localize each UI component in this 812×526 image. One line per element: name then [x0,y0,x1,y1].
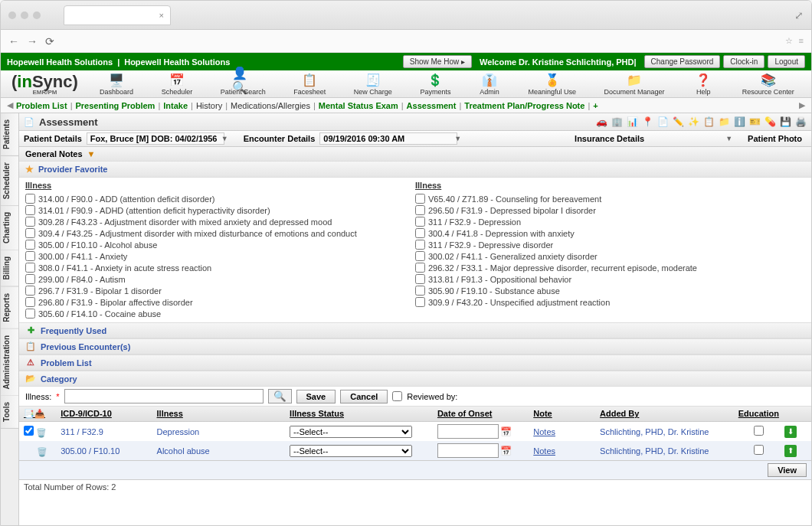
subnav-assessment[interactable]: Assessment [407,101,457,110]
dot-max[interactable] [33,11,41,19]
toolbar-dashboard[interactable]: 🖥️Dashboard [100,73,133,96]
date-header[interactable]: Date of Onset [437,409,533,419]
illness-search-input[interactable] [64,389,264,403]
row-down-icon[interactable]: ⬇ [784,426,797,438]
notes-link[interactable]: Notes [533,427,555,436]
show-me-how-button[interactable]: Show Me How ▸ [403,55,472,68]
side-tab-billing[interactable]: Billing [1,250,18,287]
encounter-value[interactable]: 09/19/2016 09:30 AM [319,132,457,145]
previous-encounters-section[interactable]: 📋 Previous Encounter(s) [19,338,811,354]
patient-caret-icon[interactable]: ▼ [221,135,228,142]
side-tab-reports[interactable]: Reports [1,287,18,329]
notes-link[interactable]: Notes [533,446,555,456]
wand-icon[interactable]: ✨ [687,116,699,128]
calendar-icon[interactable]: 📅 [500,426,512,437]
subnav-problem-list[interactable]: Problem List [16,101,67,110]
row-delete-icon[interactable]: 🗑️ [37,447,47,456]
illness-checkbox[interactable] [25,309,35,319]
toolbar-admin[interactable]: 👔Admin [479,73,500,96]
illness-checkbox[interactable] [415,263,425,273]
save-button[interactable]: Save [296,390,336,403]
toolbar-facesheet[interactable]: 📋Facesheet [293,73,326,96]
dot-close[interactable] [8,11,16,19]
reload-icon[interactable]: ⟳ [45,35,54,47]
icd-link[interactable]: 305.00 / F10.10 [61,446,156,456]
toolbar-document-manager[interactable]: 📁Document Manager [604,73,665,96]
status-select[interactable]: --Select-- [290,445,412,457]
subnav-mental-status-exam[interactable]: Mental Status Exam [319,101,398,110]
side-tab-charting[interactable]: Charting [1,206,18,250]
category-section[interactable]: 📂 Category [19,371,811,387]
calendar-icon[interactable]: 📅 [500,446,512,456]
back-icon[interactable]: ← [8,35,19,47]
illness-checkbox[interactable] [25,217,35,227]
save-icon[interactable]: 💾 [779,116,791,128]
toolbar-patient-search[interactable]: 👤🔍Patient Search [221,73,266,96]
added-by-link[interactable]: Schlichting, PHD, Dr. Kristine [600,446,733,456]
star-icon[interactable]: ☆ [785,36,793,46]
note-header[interactable]: Note [533,409,600,419]
toolbar-scheduler[interactable]: 📅Scheduler [162,73,193,96]
folder-icon[interactable]: 📁 [718,116,730,128]
illness-checkbox[interactable] [415,205,425,215]
status-select[interactable]: --Select-- [290,426,412,438]
row-tools-header[interactable]: 📑📥 [24,409,61,419]
toolbar-resource-center[interactable]: 📚Resource Center [742,73,794,96]
patient-details-value[interactable]: Fox, Bruce [M] DOB: 04/02/1956 [87,132,224,145]
status-header[interactable]: Illness Status [290,409,437,419]
expand-icon[interactable]: ⤢ [794,9,804,21]
toolbar-payments[interactable]: 💲Payments [420,73,450,96]
added-header[interactable]: Added By [600,409,733,419]
print-icon[interactable]: 🖨️ [794,116,807,128]
view-button[interactable]: View [768,463,807,477]
toolbar-meaningful-use[interactable]: 🏅Meaningful Use [529,73,577,96]
general-notes-section[interactable]: General Notes ▼ [19,147,811,162]
add-nav-button[interactable]: + [593,101,598,110]
building-icon[interactable]: 🏢 [611,116,623,128]
frequently-used-section[interactable]: ✚ Frequently Used [19,322,811,338]
illness-checkbox[interactable] [25,194,35,204]
illness-checkbox[interactable] [415,297,425,307]
row-up-icon[interactable]: ⬆ [784,445,797,457]
row-checkbox[interactable] [24,426,34,436]
search-button[interactable]: 🔍 [268,389,292,403]
toolbar-help[interactable]: ❓Help [692,73,714,96]
provider-favorite-section[interactable]: ★ Provider Favorite [19,162,811,178]
side-tab-tools[interactable]: Tools [1,396,18,429]
illness-checkbox[interactable] [25,228,35,238]
clockin-button[interactable]: Clock-in [723,55,765,68]
encounter-caret-icon[interactable]: ▼ [454,135,461,142]
ticket-icon[interactable]: 🎫 [748,116,761,128]
info-icon[interactable]: ℹ️ [733,116,745,128]
subnav-treatment-plan-progress-note[interactable]: Treatment Plan/Progress Note [464,101,584,110]
file-icon[interactable]: 📄 [656,116,669,128]
edu-header[interactable]: Education [733,409,784,419]
illness-checkbox[interactable] [25,251,35,261]
next-arrow-icon[interactable]: ▶ [799,100,805,110]
edu-checkbox[interactable] [754,445,764,455]
illness-checkbox[interactable] [25,205,35,215]
illness-checkbox[interactable] [415,228,425,238]
side-tab-scheduler[interactable]: Scheduler [1,156,18,206]
date-input[interactable] [437,443,499,458]
illness-checkbox[interactable] [25,297,35,307]
edu-checkbox[interactable] [754,426,764,436]
illness-checkbox[interactable] [415,286,425,296]
insurance-caret-icon[interactable]: ▼ [725,135,732,142]
illness-checkbox[interactable] [415,274,425,284]
illness-link[interactable]: Alcohol abuse [157,446,290,456]
menu-icon[interactable]: ≡ [799,36,804,46]
illness-col-header[interactable]: Illness [157,409,290,419]
forward-icon[interactable]: → [27,35,38,47]
prev-arrow-icon[interactable]: ◀ [7,100,13,110]
side-tab-administration[interactable]: Administration [1,329,18,397]
browser-tab[interactable]: × [64,5,171,25]
subnav-presenting-problem[interactable]: Presenting Problem [75,101,155,110]
toolbar-new-charge[interactable]: 🧾New Charge [354,73,392,96]
row-delete-icon[interactable]: 🗑️ [36,428,47,437]
doc-icon[interactable]: 📋 [702,116,715,128]
pencil-icon[interactable]: ✏️ [672,116,684,128]
illness-link[interactable]: Depression [157,427,290,436]
car-icon[interactable]: 🚗 [595,116,607,128]
pill-icon[interactable]: 💊 [764,116,776,128]
